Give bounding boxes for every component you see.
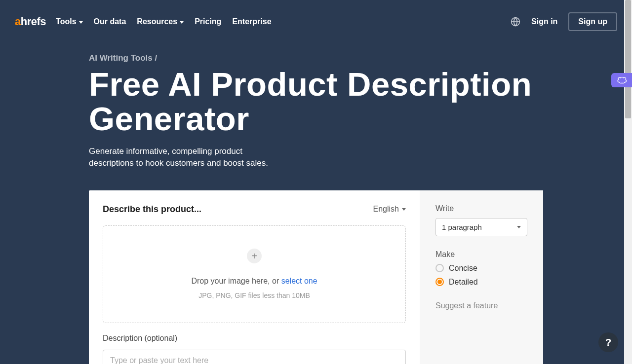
nav-our-data[interactable]: Our data [94, 17, 126, 26]
write-select[interactable]: 1 paragraph [435, 218, 527, 236]
header-left: ahrefs Tools Our data Resources Pricing … [15, 15, 272, 28]
page-title: Free AI Product Description Generator [89, 67, 543, 137]
dropzone-text: Drop your image here, or select one [191, 277, 317, 286]
nav-enterprise[interactable]: Enterprise [232, 17, 271, 26]
page-subtitle: Generate informative, compelling product… [89, 146, 286, 170]
write-label: Write [435, 204, 527, 213]
logo-letter-a: a [15, 15, 21, 28]
nav-enterprise-label: Enterprise [232, 17, 271, 26]
main-nav: Tools Our data Resources Pricing Enterpr… [56, 17, 271, 26]
dropzone-hint: JPG, PNG, GIF files less than 10MB [198, 291, 310, 299]
chevron-down-icon [79, 21, 83, 24]
generator-main: Describe this product... English + Drop … [89, 190, 420, 364]
nav-pricing-label: Pricing [195, 17, 221, 26]
header: ahrefs Tools Our data Resources Pricing … [0, 0, 632, 43]
generator-box: Describe this product... English + Drop … [89, 190, 543, 364]
help-button[interactable]: ? [598, 332, 618, 352]
write-value: 1 paragraph [442, 223, 482, 231]
logo[interactable]: ahrefs [15, 15, 46, 28]
language-select[interactable]: English [373, 205, 406, 214]
image-dropzone[interactable]: + Drop your image here, or select one JP… [103, 225, 406, 323]
content: AI Writing Tools / Free AI Product Descr… [0, 53, 632, 364]
generator-header: Describe this product... English [103, 204, 406, 215]
select-file-link[interactable]: select one [281, 277, 317, 285]
scrollbar[interactable] [624, 0, 632, 364]
breadcrumb[interactable]: AI Writing Tools / [89, 53, 543, 63]
radio-concise[interactable]: Concise [435, 264, 527, 273]
plus-icon[interactable]: + [247, 249, 262, 263]
nav-tools-label: Tools [56, 17, 76, 26]
radio-inner-icon [437, 280, 442, 284]
describe-label: Describe this product... [103, 204, 201, 215]
generator-sidebar: Write 1 paragraph Make Concise Detailed … [420, 190, 543, 364]
logo-rest: hrefs [21, 15, 46, 28]
nav-resources-label: Resources [137, 17, 177, 26]
sign-in-link[interactable]: Sign in [531, 17, 557, 26]
chevron-down-icon [180, 21, 184, 24]
scrollbar-thumb[interactable] [625, 0, 631, 118]
header-right: Sign in Sign up [511, 12, 617, 31]
brain-icon [617, 76, 627, 85]
ai-widget-button[interactable] [611, 73, 632, 87]
description-label: Description (optional) [103, 334, 406, 343]
sign-up-button[interactable]: Sign up [568, 12, 617, 31]
language-value: English [373, 205, 399, 214]
nav-tools[interactable]: Tools [56, 17, 82, 26]
nav-resources[interactable]: Resources [137, 17, 184, 26]
radio-icon [435, 278, 444, 286]
suggest-feature-link[interactable]: Suggest a feature [435, 301, 527, 310]
nav-our-data-label: Our data [94, 17, 126, 26]
globe-icon[interactable] [511, 17, 520, 27]
chevron-down-icon [517, 226, 521, 228]
radio-concise-label: Concise [449, 264, 477, 273]
chevron-down-icon [402, 208, 406, 211]
radio-detailed-label: Detailed [449, 278, 478, 287]
nav-pricing[interactable]: Pricing [195, 17, 221, 26]
radio-detailed[interactable]: Detailed [435, 278, 527, 287]
radio-icon [435, 264, 444, 272]
make-label: Make [435, 250, 527, 259]
description-input[interactable] [103, 350, 406, 364]
dropzone-text-prefix: Drop your image here, or [191, 277, 281, 285]
